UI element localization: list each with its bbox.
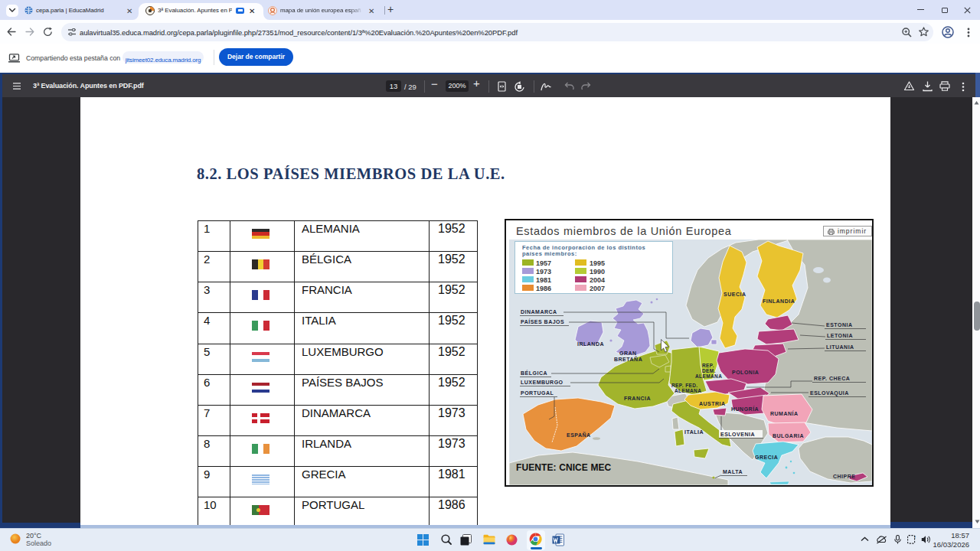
svg-text:IRLANDA: IRLANDA — [577, 341, 604, 347]
svg-text:HUNGRÍA: HUNGRÍA — [731, 406, 759, 412]
svg-text:ESLOVAQUIA: ESLOVAQUIA — [810, 390, 849, 396]
svg-text:BULGARIA: BULGARIA — [773, 433, 804, 439]
svg-text:FINLANDIA: FINLANDIA — [763, 298, 795, 304]
svg-text:ESPAÑA: ESPAÑA — [567, 432, 591, 438]
svg-text:PAÍSES BAJOS: PAÍSES BAJOS — [521, 318, 564, 324]
svg-text:ALEMANA: ALEMANA — [675, 388, 701, 393]
svg-text:POLONIA: POLONIA — [732, 370, 759, 375]
svg-text:REP.: REP. — [702, 363, 714, 368]
svg-text:AUSTRIA: AUSTRIA — [699, 401, 726, 406]
svg-text:BRETAÑA: BRETAÑA — [614, 356, 642, 362]
svg-text:MALTA: MALTA — [723, 469, 743, 474]
svg-text:ESTONIA: ESTONIA — [826, 322, 853, 328]
svg-text:LITUANIA: LITUANIA — [826, 344, 854, 350]
svg-text:ITALIA: ITALIA — [684, 429, 704, 435]
svg-text:LETONIA: LETONIA — [827, 333, 853, 338]
svg-text:PORTUGAL: PORTUGAL — [521, 390, 554, 396]
svg-text:ESLOVENIA: ESLOVENIA — [720, 432, 755, 437]
svg-text:SUECIA: SUECIA — [724, 292, 746, 297]
svg-text:REP. FED.: REP. FED. — [671, 383, 698, 388]
svg-text:BÉLGICA: BÉLGICA — [521, 370, 547, 376]
svg-text:RUMANÍA: RUMANÍA — [770, 410, 799, 416]
svg-text:REP. CHECA: REP. CHECA — [814, 376, 850, 381]
svg-text:LUXEMBURGO: LUXEMBURGO — [521, 380, 564, 385]
svg-text:DINAMARCA: DINAMARCA — [521, 309, 557, 315]
svg-text:f: f — [914, 535, 916, 540]
svg-text:ALEMANA: ALEMANA — [695, 373, 722, 379]
svg-text:FRANCIA: FRANCIA — [624, 396, 651, 401]
svg-text:GRECIA: GRECIA — [755, 455, 778, 460]
svg-text:GRAN: GRAN — [619, 350, 637, 356]
svg-text:CHIPRE: CHIPRE — [833, 474, 855, 479]
svg-text:DEM.: DEM. — [702, 368, 716, 373]
